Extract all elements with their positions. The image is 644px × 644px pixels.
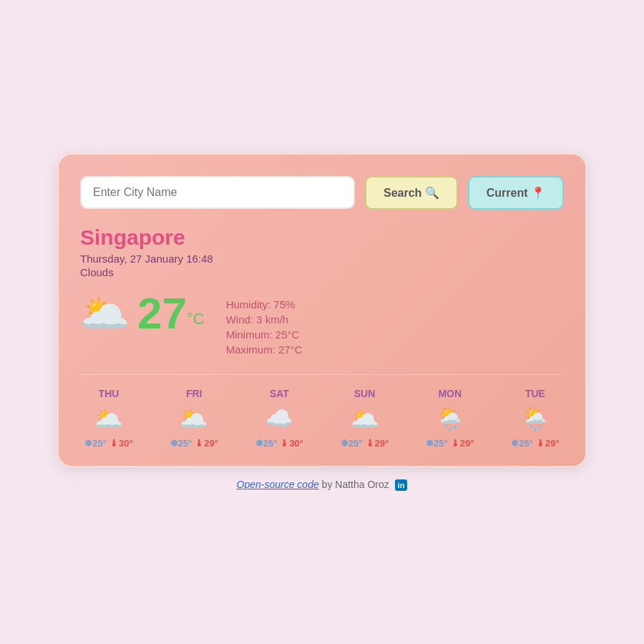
forecast-day-label: TUE bbox=[525, 388, 545, 399]
forecast-min-temp: ❄25° bbox=[426, 438, 448, 449]
forecast-icon: 🌥️ bbox=[180, 405, 208, 432]
forecast-day: THU 🌥️ ❄25° 🌡30° bbox=[80, 388, 137, 449]
forecast-icon: ☁️ bbox=[265, 405, 293, 432]
forecast-day: MON 🌦️ ❄25° 🌡29° bbox=[421, 388, 479, 449]
city-name: Singapore bbox=[80, 225, 564, 250]
forecast-icon: 🌦️ bbox=[436, 405, 464, 432]
weather-card: Search 🔍 Current 📍 Singapore Thursday, 2… bbox=[57, 153, 587, 467]
forecast-temp-range: ❄25° 🌡29° bbox=[341, 438, 389, 449]
forecast-day-label: FRI bbox=[186, 388, 203, 399]
forecast-temp-range: ❄25° 🌡30° bbox=[255, 438, 303, 449]
forecast-min-temp: ❄25° bbox=[511, 438, 533, 449]
forecast-day: SAT ☁️ ❄25° 🌡30° bbox=[250, 388, 308, 449]
forecast-day-label: SUN bbox=[354, 388, 376, 399]
search-row: Search 🔍 Current 📍 bbox=[80, 176, 564, 210]
temperature-value: 27 bbox=[137, 288, 187, 338]
forecast-max-temp: 🌡30° bbox=[109, 438, 133, 449]
forecast-min-temp: ❄25° bbox=[341, 438, 363, 449]
current-button[interactable]: Current 📍 bbox=[468, 176, 564, 210]
forecast-temp-range: ❄25° 🌡29° bbox=[170, 438, 218, 449]
forecast-max-temp: 🌡29° bbox=[195, 438, 218, 449]
search-button[interactable]: Search 🔍 bbox=[365, 176, 458, 210]
forecast-min-temp: ❄25° bbox=[170, 438, 192, 449]
current-weather-section: 🌥️ 27°C Humidity: 75% Wind: 3 km/h Minim… bbox=[80, 291, 564, 356]
weather-details: Humidity: 75% Wind: 3 km/h Minimum: 25°C… bbox=[226, 291, 303, 356]
forecast-day: TUE 🌦️ ❄25° 🌡29° bbox=[507, 388, 564, 449]
linkedin-icon[interactable]: in bbox=[395, 479, 408, 491]
forecast-day: SUN 🌥️ ❄25° 🌡29° bbox=[336, 388, 394, 449]
temperature-display: 27°C bbox=[137, 291, 205, 336]
forecast-icon: 🌦️ bbox=[521, 405, 550, 432]
forecast-max-temp: 🌡29° bbox=[536, 438, 560, 449]
forecast-day-label: MON bbox=[438, 388, 462, 399]
forecast-max-temp: 🌡29° bbox=[451, 438, 474, 449]
temp-unit: °C bbox=[187, 310, 205, 328]
forecast-min-temp: ❄25° bbox=[255, 438, 278, 449]
current-weather-icon: 🌥️ bbox=[80, 293, 130, 333]
source-code-link[interactable]: Open-source code bbox=[237, 479, 319, 490]
wind: Wind: 3 km/h bbox=[226, 313, 303, 326]
city-input[interactable] bbox=[80, 176, 355, 209]
forecast-row: THU 🌥️ ❄25° 🌡30° FRI 🌥️ ❄25° 🌡29° SAT ☁️… bbox=[80, 374, 564, 449]
forecast-max-temp: 🌡30° bbox=[280, 438, 303, 449]
forecast-temp-range: ❄25° 🌡29° bbox=[426, 438, 474, 449]
forecast-temp-range: ❄25° 🌡30° bbox=[84, 438, 132, 449]
forecast-day-label: SAT bbox=[270, 388, 289, 399]
forecast-min-temp: ❄25° bbox=[84, 438, 107, 449]
footer-by-text: by Nattha Oroz bbox=[319, 479, 392, 490]
maximum-temp: Maximum: 27°C bbox=[226, 343, 303, 356]
humidity: Humidity: 75% bbox=[226, 298, 303, 311]
forecast-icon: 🌥️ bbox=[94, 405, 123, 432]
date-line: Thursday, 27 January 16:48 bbox=[80, 253, 564, 265]
icon-temp-group: 🌥️ 27°C bbox=[80, 291, 205, 336]
forecast-day-label: THU bbox=[99, 388, 119, 399]
footer: Open-source code by Nattha Oroz in bbox=[237, 479, 408, 491]
condition-line: Clouds bbox=[80, 266, 564, 278]
forecast-temp-range: ❄25° 🌡29° bbox=[511, 438, 559, 449]
minimum-temp: Minimum: 25°C bbox=[226, 328, 303, 341]
forecast-max-temp: 🌡29° bbox=[366, 438, 389, 449]
forecast-icon: 🌥️ bbox=[351, 405, 379, 432]
forecast-day: FRI 🌥️ ❄25° 🌡29° bbox=[165, 388, 223, 449]
